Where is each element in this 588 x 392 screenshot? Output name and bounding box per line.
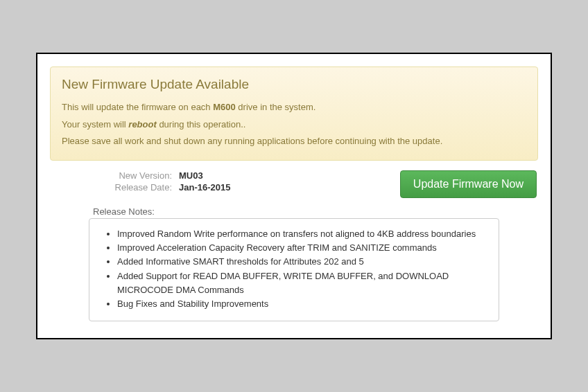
release-date-label: Release Date:: [97, 182, 179, 193]
alert-line-3: Please save all work and shut down any r…: [62, 133, 526, 150]
list-item: Improved Random Write performance on tra…: [117, 227, 487, 241]
alert-line-1-bold: M600: [213, 102, 236, 112]
firmware-update-panel: New Firmware Update Available This will …: [36, 53, 552, 339]
alert-line-1-post: drive in the system.: [236, 102, 316, 112]
list-item: Bug Fixes and Stability Improvements: [117, 297, 487, 311]
list-item: Added Support for READ DMA BUFFER, WRITE…: [117, 269, 487, 297]
new-version-label: New Version:: [97, 170, 179, 181]
release-notes-box: Improved Random Write performance on tra…: [89, 218, 499, 321]
release-notes-list: Improved Random Write performance on tra…: [117, 227, 487, 311]
release-date-value: Jan-16-2015: [179, 182, 230, 193]
release-date-kv: Release Date: Jan-16-2015: [97, 182, 230, 193]
alert-box: New Firmware Update Available This will …: [50, 66, 538, 161]
alert-line-2: Your system will reboot during this oper…: [62, 116, 526, 134]
alert-line-2-pre: Your system will: [62, 119, 128, 130]
new-version-value: MU03: [179, 170, 203, 181]
release-notes-label: Release Notes:: [93, 206, 538, 217]
list-item: Improved Acceleration Capacity Recovery …: [117, 241, 487, 255]
alert-line-1-pre: This will update the firmware on each: [62, 102, 213, 112]
new-version-kv: New Version: MU03: [97, 170, 230, 181]
alert-line-2-post: during this operation..: [157, 119, 246, 130]
update-firmware-button[interactable]: Update Firmware Now: [400, 170, 537, 198]
list-item: Added Informative SMART thresholds for A…: [117, 255, 487, 269]
version-info: New Version: MU03 Release Date: Jan-16-2…: [97, 170, 230, 193]
alert-line-2-bold: reboot: [128, 119, 156, 130]
alert-heading: New Firmware Update Available: [62, 77, 526, 92]
alert-line-1: This will update the firmware on each M6…: [62, 99, 526, 116]
version-row: New Version: MU03 Release Date: Jan-16-2…: [50, 170, 538, 206]
